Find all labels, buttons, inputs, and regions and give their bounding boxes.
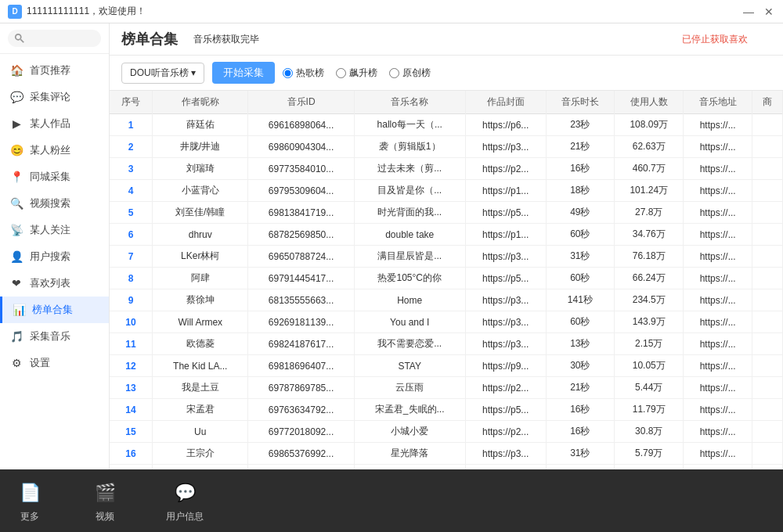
someone-work-icon: ▶ xyxy=(9,117,23,131)
cell-14-5: 16秒 xyxy=(546,421,614,443)
cell-9-4: https://p3... xyxy=(465,311,546,333)
cell-1-8 xyxy=(752,136,782,158)
cell-10-3: 我不需要恋爱... xyxy=(354,333,465,355)
cell-2-5: 16秒 xyxy=(546,158,614,180)
dock-item-video[interactable]: 🎬视频 xyxy=(91,479,119,523)
cell-2-6: 460.7万 xyxy=(615,158,684,180)
sidebar-item-label-someone-work: 某人作品 xyxy=(30,117,70,131)
cell-13-2: 69763634792... xyxy=(248,399,354,421)
search-icon xyxy=(14,33,25,44)
table-row: 10Will Armex69269181139...You and Ihttps… xyxy=(110,311,783,333)
cell-7-3: 热爱105°C的你 xyxy=(354,268,465,289)
radio-hot[interactable]: 热歌榜 xyxy=(283,66,324,80)
start-collect-button[interactable]: 开始采集 xyxy=(212,62,275,84)
cell-0-3: hallo每一天（... xyxy=(354,114,465,136)
cell-10-8 xyxy=(752,333,782,355)
table-row: 2井胧/井迪69860904304...袭（剪辑版1）https://p3...… xyxy=(110,136,783,158)
cell-1-6: 62.63万 xyxy=(615,136,684,158)
cell-1-7: https://... xyxy=(684,136,752,158)
sidebar-item-local-collect[interactable]: 📍同城采集 xyxy=(0,164,109,190)
music-table-wrap[interactable]: 序号作者昵称音乐ID音乐名称作品封面音乐时长使用人数音乐地址商 1薛廷佑6961… xyxy=(110,91,783,469)
cell-11-8 xyxy=(752,355,782,377)
cell-6-5: 31秒 xyxy=(546,246,614,268)
cell-4-4: https://p5... xyxy=(465,202,546,224)
radio-rising[interactable]: 飙升榜 xyxy=(336,66,377,80)
col-header-音乐时长: 音乐时长 xyxy=(546,91,614,114)
sidebar-item-chart-list[interactable]: 📊榜单合集 xyxy=(0,297,109,323)
cell-15-7: https://... xyxy=(684,443,752,465)
sidebar-item-label-someone-fans: 某人粉丝 xyxy=(30,143,70,157)
stopped-text: 已停止获取喜欢 xyxy=(682,33,748,46)
sidebar-item-collect-music[interactable]: 🎵采集音乐 xyxy=(0,323,109,350)
sidebar-item-label-collect-music: 采集音乐 xyxy=(30,329,70,343)
sidebar-item-home[interactable]: 🏠首页推荐 xyxy=(0,57,109,84)
sidebar-item-someone-work[interactable]: ▶某人作品 xyxy=(0,110,109,137)
cell-4-7: https://... xyxy=(684,202,752,224)
cell-7-0: 8 xyxy=(110,268,152,289)
dock-item-more[interactable]: 📄更多 xyxy=(16,479,44,523)
user-search-icon: 👤 xyxy=(9,250,23,264)
cell-15-5: 31秒 xyxy=(546,443,614,465)
chart-type-radio-group: 热歌榜飙升榜原创榜 xyxy=(283,66,431,80)
cell-12-7: https://... xyxy=(684,377,752,399)
radio-original[interactable]: 原创榜 xyxy=(389,66,431,80)
cell-12-0: 13 xyxy=(110,377,152,399)
cell-11-0: 12 xyxy=(110,355,152,377)
close-button[interactable]: ✕ xyxy=(763,5,775,18)
cell-0-6: 108.09万 xyxy=(615,114,684,136)
svg-point-0 xyxy=(16,34,21,40)
cell-5-4: https://p1... xyxy=(465,224,546,246)
cell-6-7: https://... xyxy=(684,246,752,268)
page-title: 榜单合集 xyxy=(121,30,178,49)
cell-10-6: 2.15万 xyxy=(615,333,684,355)
cell-5-8 xyxy=(752,224,782,246)
chart-dropdown[interactable]: DOU听音乐榜 ▾ xyxy=(121,63,204,84)
minimize-button[interactable]: — xyxy=(742,5,755,18)
search-input-wrap[interactable] xyxy=(8,30,101,47)
chart-list-icon: 📊 xyxy=(12,303,26,317)
app-icon: D xyxy=(8,5,22,19)
search-input[interactable] xyxy=(28,34,91,43)
cell-15-8 xyxy=(752,443,782,465)
search-bar xyxy=(0,23,109,54)
home-icon: 🏠 xyxy=(9,63,23,77)
cell-13-8 xyxy=(752,399,782,421)
table-row: 13我是土豆69787869785...云压雨https://p2...21秒5… xyxy=(110,377,783,399)
cell-9-8 xyxy=(752,311,782,333)
sidebar-item-like-list[interactable]: ❤喜欢列表 xyxy=(0,270,109,297)
cell-14-6: 30.8万 xyxy=(615,421,684,443)
cell-15-0: 16 xyxy=(110,443,152,465)
cell-12-4: https://p2... xyxy=(465,377,546,399)
sidebar-item-collect-comment[interactable]: 💬采集评论 xyxy=(0,84,109,110)
collect-music-icon: 🎵 xyxy=(9,329,23,343)
table-row: 11欧德菱69824187617...我不需要恋爱...https://p3..… xyxy=(110,333,783,355)
cell-1-0: 2 xyxy=(110,136,152,158)
sidebar-item-user-search[interactable]: 👤用户搜索 xyxy=(0,243,109,270)
radio-input-original[interactable] xyxy=(389,68,399,78)
cell-8-6: 234.5万 xyxy=(615,289,684,311)
cell-13-6: 11.79万 xyxy=(615,399,684,421)
sidebar-item-label-collect-comment: 采集评论 xyxy=(30,90,70,104)
cell-12-6: 5.44万 xyxy=(615,377,684,399)
cell-5-0: 6 xyxy=(110,224,152,246)
table-row: 9蔡徐坤68135555663...Homehttps://p3...141秒2… xyxy=(110,289,783,311)
cell-3-8 xyxy=(752,180,782,202)
dock-item-user-info[interactable]: 💬用户信息 xyxy=(166,479,204,523)
sidebar-item-label-chart-list: 榜单合集 xyxy=(32,303,73,317)
radio-input-hot[interactable] xyxy=(283,68,293,78)
sidebar-item-video-search[interactable]: 🔍视频搜索 xyxy=(0,190,109,217)
table-row: 6dhruv68782569850...double takehttps://p… xyxy=(110,224,783,246)
radio-label-rising: 飙升榜 xyxy=(349,66,377,80)
sidebar-item-settings[interactable]: ⚙设置 xyxy=(0,350,109,376)
bottom-dock: 📄更多🎬视频💬用户信息 xyxy=(0,469,783,532)
cell-12-8 xyxy=(752,377,782,399)
cell-2-3: 过去未来（剪... xyxy=(354,158,465,180)
col-header-商: 商 xyxy=(752,91,782,114)
cell-6-8 xyxy=(752,246,782,268)
sidebar-item-someone-fans[interactable]: 😊某人粉丝 xyxy=(0,137,109,164)
cell-0-0: 1 xyxy=(110,114,152,136)
cell-3-4: https://p1... xyxy=(465,180,546,202)
window-controls: — ✕ xyxy=(742,5,775,18)
radio-input-rising[interactable] xyxy=(336,68,346,78)
sidebar-item-someone-follow[interactable]: 📡某人关注 xyxy=(0,217,109,243)
